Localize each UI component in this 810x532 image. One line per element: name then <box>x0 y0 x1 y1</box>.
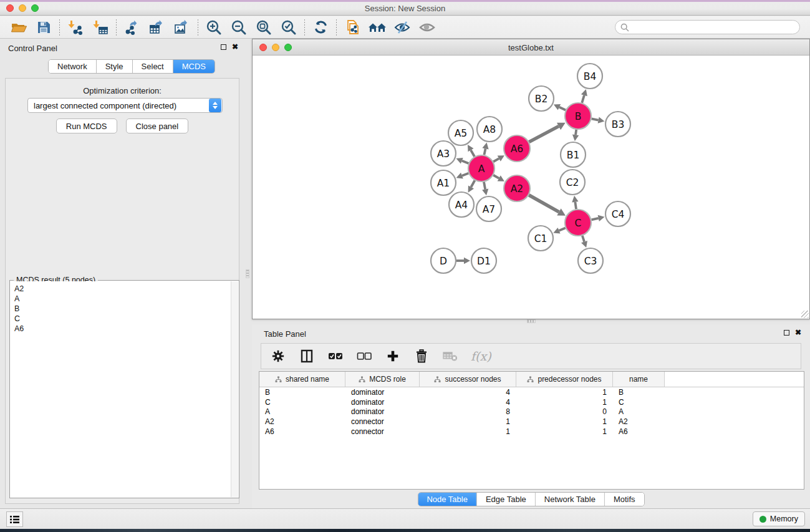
zoom-selected-button[interactable] <box>276 18 301 37</box>
open-session-button[interactable] <box>6 18 31 37</box>
hide-selected-button[interactable] <box>390 18 415 37</box>
close-panel-icon[interactable]: ✖ <box>232 44 238 50</box>
tab-style[interactable]: Style <box>97 60 133 73</box>
graph-node-C1[interactable]: C1 <box>528 226 553 251</box>
float-panel-icon[interactable] <box>221 44 226 50</box>
graph-edge-C-C1[interactable] <box>559 228 566 230</box>
table-row[interactable]: Bdominator41B <box>259 387 804 397</box>
tab-node-table[interactable]: Node Table <box>418 493 477 506</box>
graph-edge-A-A5[interactable] <box>471 150 475 157</box>
run-mcds-button[interactable]: Run MCDS <box>56 118 117 133</box>
import-table-button[interactable] <box>88 18 113 37</box>
graph-node-B2[interactable]: B2 <box>529 86 554 111</box>
graph-node-D1[interactable]: D1 <box>471 248 496 273</box>
graph-node-B4[interactable]: B4 <box>577 64 602 89</box>
import-network-button[interactable] <box>63 18 88 37</box>
graph-node-B1[interactable]: B1 <box>561 142 586 167</box>
table-row[interactable]: Adominator80A <box>259 407 804 417</box>
close-panel-button[interactable]: Close panel <box>126 118 189 133</box>
graph-node-A7[interactable]: A7 <box>476 196 501 221</box>
graph-edge-A-A3[interactable] <box>462 161 469 163</box>
show-all-button[interactable] <box>415 18 440 37</box>
mcds-result-list[interactable]: A2ABCA6 <box>11 281 231 497</box>
vertical-splitter-grip[interactable] <box>246 269 249 278</box>
graph-edge-A-A7[interactable] <box>484 182 485 190</box>
column-header-successor-nodes[interactable]: successor nodes <box>420 372 516 387</box>
graph-node-A3[interactable]: A3 <box>431 141 456 166</box>
graph-edge-B-B1[interactable] <box>576 130 576 135</box>
mcds-result-scrollbar[interactable] <box>231 281 238 497</box>
column-header-shared-name[interactable]: shared name <box>259 372 345 387</box>
graph-node-A4[interactable]: A4 <box>449 192 474 217</box>
export-image-button[interactable] <box>170 18 195 37</box>
tab-motifs[interactable]: Motifs <box>605 493 644 506</box>
graph-edge-B-B3[interactable] <box>592 118 599 120</box>
search-input[interactable] <box>615 20 800 34</box>
delete-table-button[interactable] <box>442 348 458 364</box>
graph-node-C4[interactable]: C4 <box>605 201 630 226</box>
horizontal-splitter-grip[interactable] <box>527 319 536 323</box>
column-header-predecessor-nodes[interactable]: predecessor nodes <box>516 372 613 387</box>
tab-network[interactable]: Network <box>49 60 97 73</box>
deselect-all-button[interactable] <box>356 348 372 364</box>
close-table-panel-icon[interactable]: ✖ <box>795 329 801 336</box>
export-network-button[interactable] <box>120 18 145 37</box>
table-row[interactable]: A2connector11A2 <box>259 417 804 427</box>
tab-select[interactable]: Select <box>133 60 173 73</box>
window-resize-grip[interactable] <box>801 311 809 318</box>
graph-node-B3[interactable]: B3 <box>605 112 630 137</box>
save-session-button[interactable] <box>31 18 56 37</box>
graph-node-C3[interactable]: C3 <box>578 248 603 273</box>
home-button[interactable] <box>365 18 390 37</box>
graph-edge-C-C3[interactable] <box>582 236 584 242</box>
graph-edge-B-B4[interactable] <box>582 95 584 103</box>
graph-node-D[interactable]: D <box>431 248 456 273</box>
tab-edge-table[interactable]: Edge Table <box>477 493 536 506</box>
table-row[interactable]: A6connector11A6 <box>259 427 804 437</box>
task-history-button[interactable] <box>6 511 23 527</box>
refresh-button[interactable] <box>308 18 333 37</box>
graph-edge-A-A1[interactable] <box>462 173 468 176</box>
memory-button[interactable]: Memory <box>753 511 805 526</box>
graph-node-A1[interactable]: A1 <box>431 170 456 195</box>
table-row[interactable]: Cdominator41C <box>259 397 804 407</box>
network-canvas[interactable]: AA1A2A3A4A5A6A7A8BB1B2B3B4CC1C2C3C4DD1 <box>253 56 809 319</box>
graph-edge-A-A2[interactable] <box>493 175 499 178</box>
mcds-result-item[interactable]: A <box>14 294 227 304</box>
column-header-MCDS-role[interactable]: MCDS role <box>345 372 420 387</box>
graph-edge-A-A8[interactable] <box>484 148 485 155</box>
graph-node-A2[interactable]: A2 <box>504 175 530 201</box>
tab-mcds[interactable]: MCDS <box>173 60 215 73</box>
graph-edge-C-C4[interactable] <box>591 218 598 220</box>
zoom-in-button[interactable] <box>201 18 226 37</box>
add-column-button[interactable] <box>385 348 401 364</box>
function-builder-button[interactable]: f(x) <box>471 349 491 363</box>
graph-node-C2[interactable]: C2 <box>560 170 585 195</box>
column-header-name[interactable]: name <box>613 372 665 387</box>
graph-node-B[interactable]: B <box>565 103 591 129</box>
mcds-result-item[interactable]: A2 <box>14 284 227 294</box>
graph-edge-A2-C[interactable] <box>529 195 559 212</box>
graph-edge-C-C2[interactable] <box>575 202 576 210</box>
graph-edge-A-A4[interactable] <box>471 180 475 187</box>
graph-node-A8[interactable]: A8 <box>477 117 502 142</box>
show-columns-button[interactable] <box>299 348 315 364</box>
float-table-panel-icon[interactable] <box>784 330 789 336</box>
copy-network-button[interactable] <box>340 18 365 37</box>
graph-node-A6[interactable]: A6 <box>504 135 530 162</box>
mcds-result-item[interactable]: B <box>14 304 227 314</box>
graph-edge-B-B2[interactable] <box>559 107 566 110</box>
graph-node-C[interactable]: C <box>565 210 591 236</box>
delete-column-button[interactable] <box>413 348 430 364</box>
graph-node-A[interactable]: A <box>468 155 494 181</box>
zoom-fit-button[interactable] <box>251 18 276 37</box>
export-table-button[interactable] <box>145 18 170 37</box>
mcds-result-item[interactable]: A6 <box>14 324 227 334</box>
tab-network-table[interactable]: Network Table <box>536 493 605 506</box>
select-all-button[interactable] <box>327 348 344 364</box>
mcds-result-item[interactable]: C <box>14 314 227 324</box>
optimization-criterion-dropdown[interactable]: largest connected component (directed) <box>27 98 223 113</box>
graph-node-A5[interactable]: A5 <box>448 120 473 145</box>
table-options-button[interactable] <box>270 348 286 364</box>
zoom-out-button[interactable] <box>226 18 251 37</box>
